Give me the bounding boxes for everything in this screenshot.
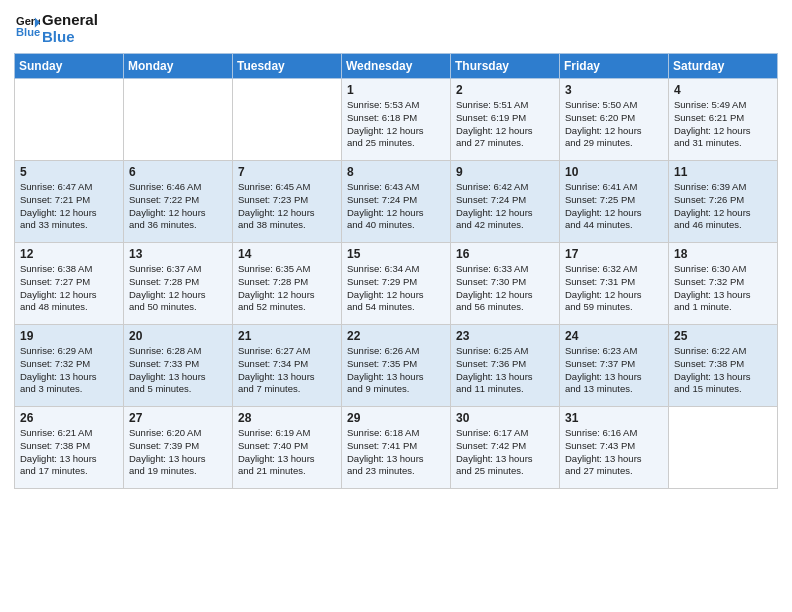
calendar-week-3: 12Sunrise: 6:38 AM Sunset: 7:27 PM Dayli… xyxy=(15,243,778,325)
day-number: 30 xyxy=(456,411,554,425)
day-info: Sunrise: 6:19 AM Sunset: 7:40 PM Dayligh… xyxy=(238,427,336,478)
page-container: General Blue General Blue SundayMondayTu… xyxy=(0,0,792,497)
calendar-cell: 10Sunrise: 6:41 AM Sunset: 7:25 PM Dayli… xyxy=(560,161,669,243)
logo-general: General xyxy=(42,12,98,29)
day-number: 24 xyxy=(565,329,663,343)
calendar-cell: 7Sunrise: 6:45 AM Sunset: 7:23 PM Daylig… xyxy=(233,161,342,243)
calendar-week-4: 19Sunrise: 6:29 AM Sunset: 7:32 PM Dayli… xyxy=(15,325,778,407)
day-info: Sunrise: 6:34 AM Sunset: 7:29 PM Dayligh… xyxy=(347,263,445,314)
calendar-cell: 27Sunrise: 6:20 AM Sunset: 7:39 PM Dayli… xyxy=(124,407,233,489)
day-number: 16 xyxy=(456,247,554,261)
day-info: Sunrise: 6:28 AM Sunset: 7:33 PM Dayligh… xyxy=(129,345,227,396)
calendar-cell: 24Sunrise: 6:23 AM Sunset: 7:37 PM Dayli… xyxy=(560,325,669,407)
day-number: 2 xyxy=(456,83,554,97)
day-number: 27 xyxy=(129,411,227,425)
calendar-table: SundayMondayTuesdayWednesdayThursdayFrid… xyxy=(14,53,778,489)
day-info: Sunrise: 6:16 AM Sunset: 7:43 PM Dayligh… xyxy=(565,427,663,478)
day-info: Sunrise: 6:26 AM Sunset: 7:35 PM Dayligh… xyxy=(347,345,445,396)
day-info: Sunrise: 6:20 AM Sunset: 7:39 PM Dayligh… xyxy=(129,427,227,478)
calendar-cell: 9Sunrise: 6:42 AM Sunset: 7:24 PM Daylig… xyxy=(451,161,560,243)
day-number: 22 xyxy=(347,329,445,343)
calendar-cell: 3Sunrise: 5:50 AM Sunset: 6:20 PM Daylig… xyxy=(560,79,669,161)
day-number: 10 xyxy=(565,165,663,179)
day-info: Sunrise: 6:46 AM Sunset: 7:22 PM Dayligh… xyxy=(129,181,227,232)
calendar-cell: 6Sunrise: 6:46 AM Sunset: 7:22 PM Daylig… xyxy=(124,161,233,243)
logo-blue: Blue xyxy=(42,29,98,46)
day-info: Sunrise: 5:53 AM Sunset: 6:18 PM Dayligh… xyxy=(347,99,445,150)
calendar-week-5: 26Sunrise: 6:21 AM Sunset: 7:38 PM Dayli… xyxy=(15,407,778,489)
day-number: 28 xyxy=(238,411,336,425)
calendar-cell: 8Sunrise: 6:43 AM Sunset: 7:24 PM Daylig… xyxy=(342,161,451,243)
col-header-sunday: Sunday xyxy=(15,54,124,79)
day-info: Sunrise: 6:38 AM Sunset: 7:27 PM Dayligh… xyxy=(20,263,118,314)
day-info: Sunrise: 6:47 AM Sunset: 7:21 PM Dayligh… xyxy=(20,181,118,232)
day-number: 21 xyxy=(238,329,336,343)
day-info: Sunrise: 6:30 AM Sunset: 7:32 PM Dayligh… xyxy=(674,263,772,314)
day-number: 26 xyxy=(20,411,118,425)
calendar-week-2: 5Sunrise: 6:47 AM Sunset: 7:21 PM Daylig… xyxy=(15,161,778,243)
calendar-cell: 15Sunrise: 6:34 AM Sunset: 7:29 PM Dayli… xyxy=(342,243,451,325)
calendar-cell: 18Sunrise: 6:30 AM Sunset: 7:32 PM Dayli… xyxy=(669,243,778,325)
day-info: Sunrise: 6:41 AM Sunset: 7:25 PM Dayligh… xyxy=(565,181,663,232)
calendar-cell: 25Sunrise: 6:22 AM Sunset: 7:38 PM Dayli… xyxy=(669,325,778,407)
logo: General Blue General Blue xyxy=(14,10,98,45)
day-info: Sunrise: 6:39 AM Sunset: 7:26 PM Dayligh… xyxy=(674,181,772,232)
day-number: 12 xyxy=(20,247,118,261)
calendar-week-1: 1Sunrise: 5:53 AM Sunset: 6:18 PM Daylig… xyxy=(15,79,778,161)
day-number: 6 xyxy=(129,165,227,179)
col-header-friday: Friday xyxy=(560,54,669,79)
day-info: Sunrise: 6:25 AM Sunset: 7:36 PM Dayligh… xyxy=(456,345,554,396)
calendar-cell: 12Sunrise: 6:38 AM Sunset: 7:27 PM Dayli… xyxy=(15,243,124,325)
calendar-cell xyxy=(15,79,124,161)
day-number: 18 xyxy=(674,247,772,261)
calendar-cell: 16Sunrise: 6:33 AM Sunset: 7:30 PM Dayli… xyxy=(451,243,560,325)
day-number: 19 xyxy=(20,329,118,343)
day-info: Sunrise: 6:32 AM Sunset: 7:31 PM Dayligh… xyxy=(565,263,663,314)
calendar-cell: 11Sunrise: 6:39 AM Sunset: 7:26 PM Dayli… xyxy=(669,161,778,243)
calendar-header-row: SundayMondayTuesdayWednesdayThursdayFrid… xyxy=(15,54,778,79)
calendar-cell: 29Sunrise: 6:18 AM Sunset: 7:41 PM Dayli… xyxy=(342,407,451,489)
svg-text:Blue: Blue xyxy=(16,26,40,38)
col-header-monday: Monday xyxy=(124,54,233,79)
day-number: 17 xyxy=(565,247,663,261)
day-number: 4 xyxy=(674,83,772,97)
calendar-cell: 30Sunrise: 6:17 AM Sunset: 7:42 PM Dayli… xyxy=(451,407,560,489)
calendar-cell xyxy=(233,79,342,161)
calendar-cell: 31Sunrise: 6:16 AM Sunset: 7:43 PM Dayli… xyxy=(560,407,669,489)
day-number: 29 xyxy=(347,411,445,425)
calendar-cell xyxy=(669,407,778,489)
day-number: 13 xyxy=(129,247,227,261)
calendar-cell: 26Sunrise: 6:21 AM Sunset: 7:38 PM Dayli… xyxy=(15,407,124,489)
calendar-cell xyxy=(124,79,233,161)
day-number: 9 xyxy=(456,165,554,179)
day-number: 1 xyxy=(347,83,445,97)
day-info: Sunrise: 6:29 AM Sunset: 7:32 PM Dayligh… xyxy=(20,345,118,396)
day-info: Sunrise: 6:45 AM Sunset: 7:23 PM Dayligh… xyxy=(238,181,336,232)
calendar-cell: 5Sunrise: 6:47 AM Sunset: 7:21 PM Daylig… xyxy=(15,161,124,243)
day-info: Sunrise: 6:33 AM Sunset: 7:30 PM Dayligh… xyxy=(456,263,554,314)
col-header-tuesday: Tuesday xyxy=(233,54,342,79)
col-header-saturday: Saturday xyxy=(669,54,778,79)
calendar-cell: 21Sunrise: 6:27 AM Sunset: 7:34 PM Dayli… xyxy=(233,325,342,407)
day-number: 25 xyxy=(674,329,772,343)
day-info: Sunrise: 6:18 AM Sunset: 7:41 PM Dayligh… xyxy=(347,427,445,478)
day-info: Sunrise: 6:23 AM Sunset: 7:37 PM Dayligh… xyxy=(565,345,663,396)
day-number: 20 xyxy=(129,329,227,343)
calendar-cell: 20Sunrise: 6:28 AM Sunset: 7:33 PM Dayli… xyxy=(124,325,233,407)
calendar-cell: 13Sunrise: 6:37 AM Sunset: 7:28 PM Dayli… xyxy=(124,243,233,325)
logo-icon: General Blue xyxy=(16,14,40,38)
day-number: 23 xyxy=(456,329,554,343)
day-info: Sunrise: 6:27 AM Sunset: 7:34 PM Dayligh… xyxy=(238,345,336,396)
day-info: Sunrise: 6:22 AM Sunset: 7:38 PM Dayligh… xyxy=(674,345,772,396)
day-info: Sunrise: 6:43 AM Sunset: 7:24 PM Dayligh… xyxy=(347,181,445,232)
calendar-cell: 1Sunrise: 5:53 AM Sunset: 6:18 PM Daylig… xyxy=(342,79,451,161)
calendar-cell: 23Sunrise: 6:25 AM Sunset: 7:36 PM Dayli… xyxy=(451,325,560,407)
day-info: Sunrise: 5:51 AM Sunset: 6:19 PM Dayligh… xyxy=(456,99,554,150)
calendar-cell: 28Sunrise: 6:19 AM Sunset: 7:40 PM Dayli… xyxy=(233,407,342,489)
day-info: Sunrise: 6:42 AM Sunset: 7:24 PM Dayligh… xyxy=(456,181,554,232)
col-header-wednesday: Wednesday xyxy=(342,54,451,79)
day-number: 8 xyxy=(347,165,445,179)
day-number: 5 xyxy=(20,165,118,179)
calendar-cell: 2Sunrise: 5:51 AM Sunset: 6:19 PM Daylig… xyxy=(451,79,560,161)
day-number: 15 xyxy=(347,247,445,261)
